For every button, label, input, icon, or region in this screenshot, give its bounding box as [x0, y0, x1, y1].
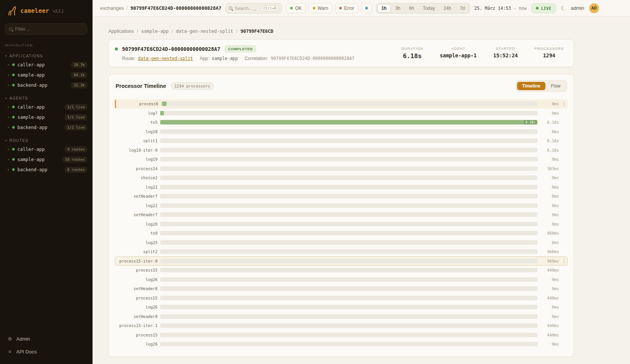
breadcrumb-segment[interactable]: sample-app	[141, 29, 168, 34]
sidebar-group-agents[interactable]: ▾AGENTS	[0, 95, 93, 102]
sidebar-item-caller-app[interactable]: ▸caller-app4 routes	[0, 144, 93, 154]
sidebar-footer-api-docs[interactable]: ≡API Docs	[5, 346, 87, 357]
row-duration: 6.18s	[540, 148, 559, 152]
route-label: Route:	[122, 56, 135, 61]
dark-mode-toggle-moon-icon[interactable]: ☾	[561, 5, 566, 11]
timeline-row[interactable]: process15440ms⋮	[115, 330, 568, 340]
timeline-row[interactable]: process15-iter-1440ms⋮	[115, 321, 568, 330]
timeline-row[interactable]: log19-iter-06.18s⋮	[115, 146, 568, 155]
sidebar-item-sample-app[interactable]: ▸sample-app1/1 live	[0, 112, 93, 122]
filter-chip-dot[interactable]	[361, 3, 372, 13]
sidebar-group-applications[interactable]: ▾APPLICATIONS	[0, 52, 93, 60]
timeline-row[interactable]: process14383ms⋮	[115, 164, 568, 174]
sidebar-item-backend-app[interactable]: ▸backend-app32.2k	[0, 80, 93, 90]
view-toggle-timeline[interactable]: Timeline	[517, 82, 545, 90]
timeline-row[interactable]: choice20ms⋮	[115, 173, 568, 183]
date-range[interactable]: 25. März 14:53 — now	[474, 6, 527, 11]
timeline-row[interactable]: to9960ms⋮	[115, 229, 568, 238]
row-menu-icon[interactable]: ⋮	[562, 258, 567, 264]
timeline-row[interactable]: log220ms⋮	[115, 201, 568, 210]
route-link[interactable]: data-gen-nested-split	[138, 56, 193, 61]
sidebar-item-backend-app[interactable]: ▸backend-app1/1 live	[0, 122, 93, 132]
sidebar-group: ▾ROUTES▸caller-app4 routes▸sample-app16 …	[0, 137, 93, 175]
timeline-track	[160, 277, 537, 282]
breadcrumb-exchanges[interactable]: exchanges	[100, 5, 124, 11]
sidebar-item-badge: 6 routes	[65, 167, 87, 173]
sidebar-item-backend-app[interactable]: ▸backend-app6 routes	[0, 164, 93, 175]
sidebar-filter[interactable]	[5, 23, 87, 35]
time-range-24h[interactable]: 24h	[439, 4, 455, 12]
timeline-row[interactable]: to56.18s6.18s⋮	[115, 118, 568, 127]
chevron-right-icon: ▸	[8, 158, 9, 161]
app-logo[interactable]: cameleer v3.2.1	[0, 0, 93, 20]
time-range-6h[interactable]: 6h	[405, 4, 418, 12]
user-menu[interactable]: admin	[571, 5, 584, 11]
sidebar-item-caller-app[interactable]: ▸caller-app1/1 live	[0, 102, 93, 112]
content-area: exchanges / 90799F47E6CD24D-000000000000…	[93, 0, 630, 364]
date-range-start: 25. März 14:53	[474, 6, 511, 11]
filter-chip-error[interactable]: Error	[335, 3, 358, 13]
breadcrumb-separator: /	[137, 29, 138, 34]
timeline-row[interactable]: log190ms⋮	[115, 155, 568, 164]
status-filter-chips: OKWarnError	[286, 3, 372, 13]
processor-count-badge: 1294 processors	[171, 82, 214, 90]
filter-chip-label: Error	[344, 6, 354, 11]
view-toggle: TimelineFlow	[516, 80, 567, 92]
processor-name: process15	[115, 296, 158, 300]
time-range-today[interactable]: Today	[418, 4, 439, 12]
sidebar-filter-input[interactable]	[15, 26, 83, 32]
sidebar-item-sample-app[interactable]: ▸sample-app84.1k	[0, 70, 93, 80]
timeline-row[interactable]: log70ms⋮	[115, 109, 568, 118]
status-dot-icon	[365, 7, 368, 9]
timeline-row[interactable]: setHeader70ms⋮	[115, 192, 568, 201]
breadcrumb-exchange-id: 90799F47E6CD24D-00000000000028A7	[130, 5, 221, 11]
status-dot-icon	[313, 7, 315, 9]
stat-label: AGENT	[440, 46, 477, 51]
timeline-row[interactable]: log220ms⋮	[115, 183, 568, 192]
time-range-7d[interactable]: 7d	[456, 4, 469, 12]
stat-value: 1294	[534, 52, 564, 58]
view-toggle-flow[interactable]: Flow	[546, 82, 565, 90]
timeline-row[interactable]: process15-iter-0960ms⋮	[115, 256, 568, 266]
processor-timeline-card: Processor Timeline 1294 processors Timel…	[108, 74, 574, 357]
timeline-row[interactable]: log250ms⋮	[115, 238, 568, 247]
timeline-row[interactable]: log260ms⋮	[115, 339, 568, 349]
live-label: LIVE	[541, 6, 551, 11]
sidebar-group-routes[interactable]: ▾ROUTES	[0, 137, 93, 144]
live-toggle[interactable]: LIVE	[531, 3, 556, 13]
sidebar-item-badge: 84.1k	[71, 72, 87, 78]
timeline-track	[160, 323, 537, 328]
sidebar-item-caller-app[interactable]: ▸caller-app10.7k	[0, 60, 93, 70]
processor-name: log26	[115, 342, 158, 346]
timeline-row[interactable]: log260ms⋮	[115, 275, 568, 284]
timeline-row[interactable]: setHeader80ms⋮	[115, 312, 568, 321]
processor-name: log25	[115, 240, 158, 245]
row-menu-icon[interactable]: ⋮	[562, 101, 567, 106]
breadcrumb-segment[interactable]: Applications	[108, 29, 134, 34]
status-dot-icon	[12, 168, 15, 171]
breadcrumb-segment[interactable]: data-gen-nested-split	[176, 29, 233, 34]
filter-chip-ok[interactable]: OK	[286, 3, 306, 13]
time-range-3h[interactable]: 3h	[391, 4, 405, 12]
timeline-row[interactable]: setHeader80ms⋮	[115, 284, 568, 293]
timeline-row[interactable]: log260ms⋮	[115, 303, 568, 312]
timeline-row[interactable]: split16.18s⋮	[115, 136, 568, 146]
time-range-1h[interactable]: 1h	[377, 4, 391, 12]
timeline-row[interactable]: split2960ms⋮	[115, 247, 568, 256]
sidebar-footer-admin[interactable]: ⚙Admin	[5, 333, 87, 344]
timeline-track	[161, 101, 537, 106]
avatar[interactable]: AD	[589, 3, 599, 13]
sidebar-item-sample-app[interactable]: ▸sample-app16 routes	[0, 154, 93, 164]
timeline-row[interactable]: process60ms⋮	[115, 99, 568, 109]
timeline-row[interactable]: process15440ms⋮	[115, 293, 568, 303]
sidebar-item-label: sample-app	[17, 72, 45, 78]
timeline-row[interactable]: setHeader70ms⋮	[115, 210, 568, 220]
global-search[interactable]: Ctrl+K	[225, 3, 282, 14]
search-input[interactable]	[235, 6, 258, 11]
timeline-row[interactable]: log200ms⋮	[115, 220, 568, 229]
timeline-row[interactable]: log180ms⋮	[115, 127, 568, 137]
filter-chip-warn[interactable]: Warn	[309, 3, 332, 13]
row-duration: 440ms	[540, 296, 559, 300]
timeline-row[interactable]: process15440ms⋮	[115, 266, 568, 275]
topbar: exchanges / 90799F47E6CD24D-000000000000…	[93, 0, 630, 17]
